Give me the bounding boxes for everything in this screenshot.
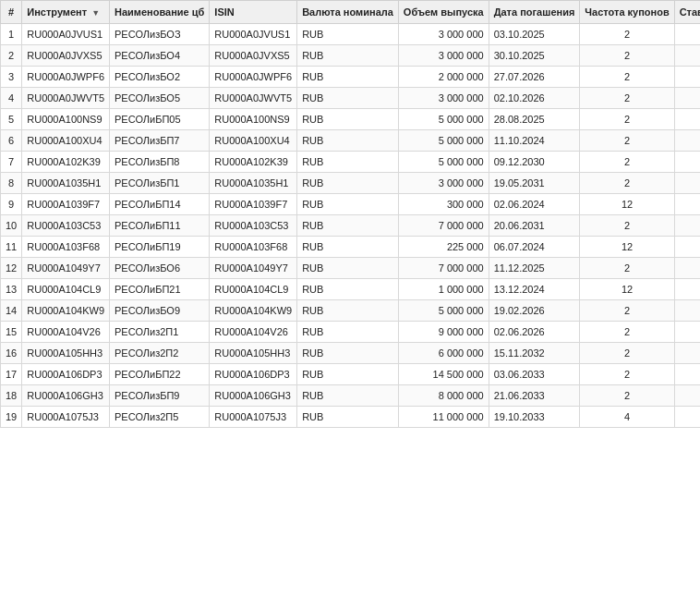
cell-coupon-freq: 12 [580, 279, 674, 300]
table-row[interactable]: 9RU000A1039F7РЕСОЛиБП14RU000A1039F7RUB30… [1, 194, 701, 215]
table-row[interactable]: 2RU000A0JVXS5РЕСОЛизБО4RU000A0JVXS5RUB3 … [1, 45, 701, 67]
cell-name: РЕСОЛиБП05 [110, 109, 210, 130]
cell-name: РЕСОЛизБО5 [110, 88, 210, 109]
table-row[interactable]: 8RU000A1035H1РЕСОЛизБП1RU000A1035H1RUB3 … [1, 173, 701, 194]
cell-maturity: 09.12.2030 [489, 152, 580, 173]
cell-coupon-freq: 2 [580, 173, 674, 194]
cell-maturity: 02.10.2026 [489, 88, 580, 109]
cell-coupon-freq: 2 [580, 343, 674, 364]
cell-currency: RUB [297, 407, 399, 428]
cell-idx: 2 [1, 45, 22, 67]
cell-volume: 5 000 000 [398, 109, 489, 130]
cell-volume: 3 000 000 [398, 88, 489, 109]
cell-coupon-rate: - [674, 407, 700, 428]
cell-currency: RUB [297, 152, 399, 173]
cell-volume: 8 000 000 [398, 385, 489, 407]
cell-coupon-rate: 8,000% [674, 173, 700, 194]
cell-name: РЕСОЛизБО2 [110, 67, 210, 88]
header-idx: # [1, 1, 22, 24]
cell-coupon-freq: 2 [580, 385, 674, 407]
cell-volume: 7 000 000 [398, 215, 489, 237]
cell-name: РЕСОЛиБП22 [110, 364, 210, 385]
cell-volume: 5 000 000 [398, 130, 489, 152]
cell-currency: RUB [297, 237, 399, 258]
cell-coupon-rate: - [674, 67, 700, 88]
cell-maturity: 19.10.2033 [489, 407, 580, 428]
cell-coupon-rate: 15,200% [674, 152, 700, 173]
table-row[interactable]: 6RU000A100XU4РЕСОЛизБП7RU000A100XU4RUB5 … [1, 130, 701, 152]
cell-name: РЕСОЛизБО9 [110, 300, 210, 322]
sort-icon: ▼ [91, 8, 100, 18]
cell-name: РЕСОЛиз2П1 [110, 322, 210, 343]
table-row[interactable]: 19RU000A1075J3РЕСОЛиз2П5RU000A1075J3RUB1… [1, 407, 701, 428]
table-row[interactable]: 17RU000A106DP3РЕСОЛиБП22RU000A106DP3RUB1… [1, 364, 701, 385]
cell-volume: 9 000 000 [398, 322, 489, 343]
cell-isin: RU000A1035H1 [210, 173, 297, 194]
cell-name: РЕСОЛизБОЗ [110, 24, 210, 45]
table-row[interactable]: 15RU000A104V26РЕСОЛиз2П1RU000A104V26RUB9… [1, 322, 701, 343]
header-instrument[interactable]: Инструмент ▼ [22, 1, 110, 24]
cell-maturity: 21.06.2033 [489, 385, 580, 407]
cell-isin: RU000A100XU4 [210, 130, 297, 152]
table-row[interactable]: 13RU000A104CL9РЕСОЛиБП21RU000A104CL9RUB1… [1, 279, 701, 300]
cell-name: РЕСОЛизБП7 [110, 130, 210, 152]
cell-volume: 1 000 000 [398, 279, 489, 300]
cell-idx: 13 [1, 279, 22, 300]
cell-instrument: RU000A0JWPF6 [22, 67, 110, 88]
table-row[interactable]: 4RU000A0JWVT5РЕСОЛизБО5RU000A0JWVT5RUB3 … [1, 88, 701, 109]
cell-isin: RU000A1039F7 [210, 194, 297, 215]
table-row[interactable]: 3RU000A0JWPF6РЕСОЛизБО2RU000A0JWPF6RUB2 … [1, 67, 701, 88]
cell-idx: 12 [1, 258, 22, 279]
cell-idx: 15 [1, 322, 22, 343]
cell-isin: RU000A0JVXS5 [210, 45, 297, 67]
cell-idx: 3 [1, 67, 22, 88]
cell-coupon-rate: 8,300% [674, 237, 700, 258]
cell-name: РЕСОЛиБП21 [110, 279, 210, 300]
cell-coupon-freq: 2 [580, 322, 674, 343]
table-row[interactable]: 18RU000A106GH3РЕСОЛизБП9RU000A106GH3RUB8… [1, 385, 701, 407]
cell-instrument: RU000A105HH3 [22, 343, 110, 364]
header-currency: Валюта номинала [297, 1, 399, 24]
cell-isin: RU000A104V26 [210, 322, 297, 343]
table-row[interactable]: 12RU000A1049Y7РЕСОЛизБО6RU000A1049Y7RUB7… [1, 258, 701, 279]
cell-volume: 225 000 [398, 237, 489, 258]
cell-coupon-freq: 2 [580, 215, 674, 237]
table-row[interactable]: 14RU000A104KW9РЕСОЛизБО9RU000A104KW9RUB5… [1, 300, 701, 322]
table-row[interactable]: 10RU000A103C53РЕСОЛиБП11RU000A103C53RUB7… [1, 215, 701, 237]
cell-currency: RUB [297, 279, 399, 300]
cell-currency: RUB [297, 88, 399, 109]
cell-coupon-freq: 2 [580, 24, 674, 45]
cell-idx: 18 [1, 385, 22, 407]
cell-idx: 7 [1, 152, 22, 173]
cell-idx: 19 [1, 407, 22, 428]
cell-idx: 5 [1, 109, 22, 130]
cell-currency: RUB [297, 24, 399, 45]
cell-isin: RU000A103F68 [210, 237, 297, 258]
table-row[interactable]: 11RU000A103F68РЕСОЛиБП19RU000A103F68RUB2… [1, 237, 701, 258]
cell-coupon-rate: 8,200% [674, 88, 700, 109]
header-isin: ISIN [210, 1, 297, 24]
table-row[interactable]: 16RU000A105HH3РЕСОЛиз2П2RU000A105HH3RUB6… [1, 343, 701, 364]
cell-coupon-rate: 8,500% [674, 109, 700, 130]
cell-isin: RU000A103C53 [210, 215, 297, 237]
cell-coupon-rate: 10,900% [674, 364, 700, 385]
cell-currency: RUB [297, 385, 399, 407]
cell-instrument: RU000A104V26 [22, 322, 110, 343]
table-row[interactable]: 5RU000A100NS9РЕСОЛиБП05RU000A100NS9RUB5 … [1, 109, 701, 130]
cell-name: РЕСОЛизБО4 [110, 45, 210, 67]
table-row[interactable]: 1RU000A0JVUS1РЕСОЛизБОЗRU000A0JVUS1RUB3 … [1, 24, 701, 45]
cell-instrument: RU000A100NS9 [22, 109, 110, 130]
cell-coupon-rate: 8,550% [674, 215, 700, 237]
cell-instrument: RU000A103F68 [22, 237, 110, 258]
cell-volume: 5 000 000 [398, 152, 489, 173]
cell-maturity: 15.11.2032 [489, 343, 580, 364]
cell-name: РЕСОЛиБП14 [110, 194, 210, 215]
cell-instrument: RU000A104CL9 [22, 279, 110, 300]
cell-maturity: 06.07.2024 [489, 237, 580, 258]
table-row[interactable]: 7RU000A102K39РЕСОЛизБП8RU000A102K39RUB5 … [1, 152, 701, 173]
cell-maturity: 19.05.2031 [489, 173, 580, 194]
cell-volume: 6 000 000 [398, 343, 489, 364]
cell-instrument: RU000A103C53 [22, 215, 110, 237]
cell-coupon-freq: 4 [580, 407, 674, 428]
cell-isin: RU000A0JWPF6 [210, 67, 297, 88]
